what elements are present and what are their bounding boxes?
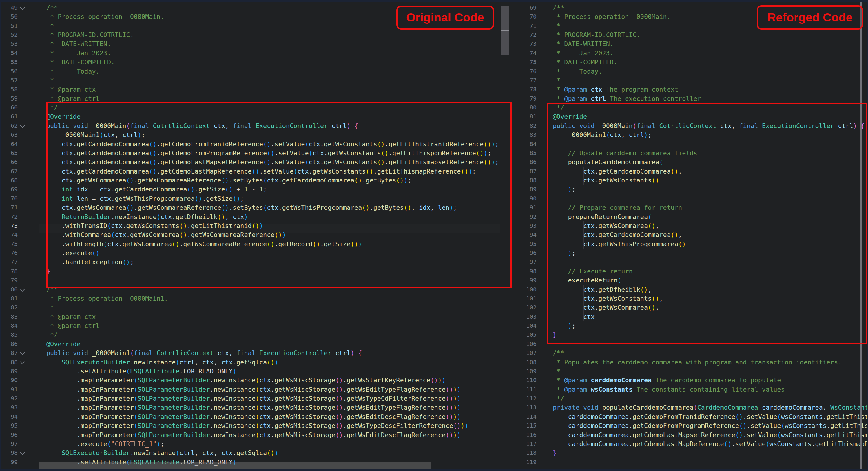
code-line[interactable]: ctx.getWsCommarea(),: [553, 221, 659, 230]
code-line[interactable]: * DATE-COMPILED.: [46, 58, 115, 67]
code-line[interactable]: * Process operation _0000Main1.: [46, 294, 168, 303]
code-line[interactable]: carddemoCommarea.getCdemoFromProgramRefe…: [553, 421, 867, 430]
code-line[interactable]: *: [553, 22, 560, 30]
code-line[interactable]: * @param ctx The program context: [553, 85, 678, 94]
code-line[interactable]: * Today.: [553, 67, 602, 76]
code-line[interactable]: int len = ctx.getWsThisProgcommarea().ge…: [46, 194, 244, 203]
code-line[interactable]: }: [553, 330, 557, 339]
code-line[interactable]: ctx.getWsCommarea(),: [553, 303, 659, 312]
fold-chevron-icon[interactable]: [20, 359, 25, 364]
code-line[interactable]: .mapInParameter(SQLParameterBuilder.newI…: [46, 403, 461, 412]
code-line[interactable]: private void populateCarddemoCommarea(Ca…: [553, 403, 867, 412]
code-line[interactable]: ctx.getWsConstants(): [553, 176, 659, 185]
code-line[interactable]: */: [553, 103, 564, 112]
code-line[interactable]: .handleException();: [46, 257, 134, 266]
code-line[interactable]: _0000Main1(ctx, ctrl);: [46, 130, 145, 139]
code-line[interactable]: .mapInParameter(SQLParameterBuilder.newI…: [46, 376, 445, 385]
code-line[interactable]: * PROGRAM-ID.COTRTLIC.: [553, 30, 640, 39]
code-line[interactable]: * @param ctx: [46, 85, 96, 94]
vertical-scrollbar[interactable]: [860, 2, 862, 469]
code-line[interactable]: * Jan 2023.: [46, 49, 111, 58]
code-line[interactable]: *: [553, 76, 560, 85]
code-line[interactable]: .withCommarea(ctx.getWsCommarea().getWsC…: [46, 230, 286, 239]
code-line[interactable]: );: [553, 321, 576, 330]
code-line[interactable]: * DATE-WRITTEN.: [46, 39, 111, 49]
code-line[interactable]: *: [46, 22, 54, 30]
code-line[interactable]: * Process operation _0000Main.: [46, 12, 164, 21]
code-line[interactable]: ctx.getWsConstants(),: [553, 294, 663, 303]
code-line[interactable]: * @param wsConstants The constants conta…: [553, 385, 785, 394]
code-line[interactable]: */: [46, 330, 58, 339]
fold-chevron-icon[interactable]: [20, 450, 25, 455]
fold-chevron-icon[interactable]: [20, 350, 25, 355]
code-line[interactable]: /**: [46, 285, 58, 294]
code-line[interactable]: populateCarddemoCommarea(: [553, 158, 663, 166]
code-line[interactable]: .execute(): [46, 249, 100, 257]
code-line[interactable]: */: [553, 394, 564, 403]
code-line[interactable]: * @param ctrl: [46, 321, 100, 330]
code-line[interactable]: .mapInParameter(SQLParameterBuilder.newI…: [46, 394, 461, 403]
code-line[interactable]: * Jan 2023.: [553, 49, 614, 58]
code-line[interactable]: ctx.getWsCommarea().getWsCommareaReferen…: [46, 176, 411, 185]
code-line[interactable]: * @param carddemoCommarea The carddemo c…: [553, 376, 781, 385]
code-line[interactable]: *: [46, 303, 54, 312]
code-line[interactable]: * PROGRAM-ID.COTRTLIC.: [46, 30, 134, 39]
code-line[interactable]: @Override: [553, 112, 587, 121]
code-line[interactable]: .mapInParameter(SQLParameterBuilder.newI…: [46, 431, 461, 439]
code-line[interactable]: ctx.getWsThisProgcommarea(): [553, 240, 686, 249]
horizontal-scrollbar[interactable]: [39, 462, 431, 469]
code-line[interactable]: public void _0000Main(final CotrtlicCont…: [46, 121, 358, 130]
code-line[interactable]: ctx.getCarddemoCommarea().getCdemoLastMa…: [46, 167, 476, 176]
code-line[interactable]: .mapInParameter(SQLParameterBuilder.newI…: [46, 385, 461, 394]
code-line[interactable]: * @param ctrl The execution controller: [553, 94, 701, 103]
code-line[interactable]: carddemoCommarea.getCdemoFromTranidRefer…: [553, 412, 867, 421]
code-line[interactable]: *: [46, 76, 54, 85]
code-line[interactable]: .mapInParameter(SQLParameterBuilder.newI…: [46, 412, 461, 421]
code-line[interactable]: ctx.getCarddemoCommarea().getCdemoFromPr…: [46, 149, 491, 158]
code-line[interactable]: }: [553, 448, 557, 458]
code-line[interactable]: carddemoCommarea.getCdemoLastMapReferenc…: [553, 439, 867, 448]
code-line[interactable]: }: [46, 267, 50, 276]
code-line[interactable]: .mapInParameter(SQLParameterBuilder.newI…: [46, 421, 468, 430]
code-line[interactable]: );: [553, 249, 576, 257]
code-line[interactable]: .execute("COTRTLIC_1");: [46, 439, 164, 448]
code-line[interactable]: * @param ctrl: [46, 94, 100, 103]
code-line[interactable]: ctx.getWsCommarea().getWsCommareaReferen…: [46, 203, 457, 212]
code-line[interactable]: ctx.getCarddemoCommarea(),: [553, 230, 682, 239]
code-line[interactable]: carddemoCommarea.getCdemoLastMapsetRefer…: [553, 431, 867, 439]
code-line[interactable]: _0000Main1(ctx, ctrl);: [553, 130, 652, 139]
code-line[interactable]: // Execute return: [553, 267, 633, 276]
code-line[interactable]: /**: [46, 3, 58, 12]
code-line[interactable]: ReturnBuilder.newInstance(ctx.getDfheibl…: [46, 212, 248, 221]
code-line[interactable]: ctx.getCarddemoCommarea().getCdemoLastMa…: [46, 158, 499, 166]
code-line[interactable]: executeReturn(: [553, 276, 621, 285]
code-line[interactable]: /**: [553, 348, 564, 357]
fold-chevron-icon[interactable]: [20, 286, 25, 291]
code-line[interactable]: @Override: [46, 112, 81, 121]
pane-reforged-code[interactable]: 69/**70 * Process operation _0000Main.71…: [510, 2, 867, 469]
code-line[interactable]: public void _0000Main1(final CotrtlicCon…: [46, 348, 362, 357]
code-line[interactable]: prepareReturnCommarea(: [553, 212, 652, 221]
code-line[interactable]: .withLength(ctx.getWsCommarea().getWsCom…: [46, 240, 362, 249]
code-line[interactable]: * DATE-WRITTEN.: [553, 39, 614, 49]
pane-original-code[interactable]: 49/**50 * Process operation _0000Main.51…: [1, 2, 510, 469]
code-line[interactable]: ctx: [553, 312, 594, 321]
code-line[interactable]: * Today.: [46, 67, 100, 76]
fold-chevron-icon[interactable]: [20, 123, 25, 128]
code-line[interactable]: * Populates the carddemo commarea with p…: [553, 358, 842, 367]
code-line[interactable]: .withTransID(ctx.getWsConstants().getLit…: [46, 221, 263, 230]
code-line[interactable]: /**: [553, 3, 564, 12]
code-line[interactable]: ctx.getDfheiblk(),: [553, 285, 652, 294]
code-line[interactable]: @Override: [46, 340, 81, 348]
code-line[interactable]: .setAttribute(ESQLAttribute.FOR_READ_ONL…: [46, 367, 237, 376]
code-line[interactable]: * Process operation _0000Main.: [553, 12, 671, 21]
vertical-scrollbar[interactable]: [501, 6, 509, 55]
code-line[interactable]: ctx.getCarddemoCommarea().getCdemoFromTr…: [46, 139, 499, 149]
code-line[interactable]: int idx = ctx.getCarddemoCommarea().getS…: [46, 185, 267, 194]
code-line[interactable]: // Prepare commarea for return: [553, 203, 682, 212]
code-line[interactable]: // Update carddemo commarea fields: [553, 149, 698, 158]
code-line[interactable]: * DATE-COMPILED.: [553, 58, 617, 67]
code-line[interactable]: SQLExecutorBuilder.newInstance(ctrl, ctx…: [46, 358, 278, 367]
code-line[interactable]: /**: [553, 467, 564, 469]
code-line[interactable]: SQLExecutorBuilder.newInstance(ctrl, ctx…: [46, 448, 278, 458]
